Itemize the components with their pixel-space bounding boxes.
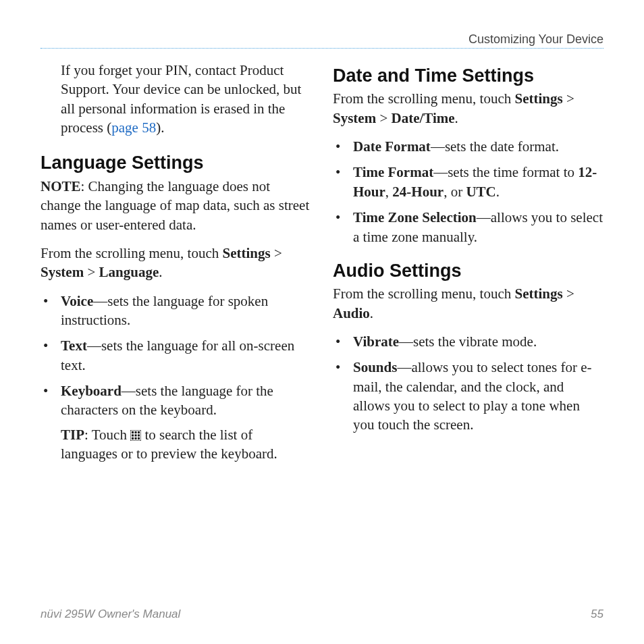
item-text: Keyboard—sets the language for the chara…	[61, 381, 311, 463]
item-desc: —sets the vibrate mode.	[399, 333, 537, 350]
date-time-heading: Date and Time Settings	[333, 63, 603, 88]
item-text: Time Zone Selection—allows you to select…	[353, 208, 603, 246]
intro-text-a: If you forget your PIN, contact Product …	[61, 62, 301, 136]
manual-title: nüvi 295W Owner's Manual	[41, 608, 180, 621]
svg-rect-2	[135, 431, 137, 433]
path-system: System	[333, 110, 376, 126]
audio-settings-heading: Audio Settings	[333, 259, 603, 283]
language-settings-heading: Language Settings	[41, 151, 311, 175]
b-utc: UTC	[466, 184, 495, 200]
left-column: If you forget your PIN, contact Product …	[41, 61, 311, 470]
item-term: Vibrate	[353, 333, 399, 350]
item-term: Time Zone Selection	[353, 209, 477, 225]
path-language: Language	[99, 264, 159, 280]
item-term: Sounds	[353, 359, 397, 375]
keyboard-tip: TIP: Touch to search the list of languag…	[61, 425, 311, 464]
svg-rect-8	[135, 437, 137, 439]
pin-intro: If you forget your PIN, contact Product …	[61, 61, 311, 137]
item-desc: —sets the language for all on-screen tex…	[61, 338, 294, 373]
path-audio: Audio	[333, 305, 370, 321]
list-item: • Time Zone Selection—allows you to sele…	[333, 208, 603, 246]
date-time-items: • Date Format—sets the date format. • Ti…	[333, 137, 603, 246]
item-term: Text	[61, 338, 87, 354]
item-text: Time Format—sets the time format to 12-H…	[353, 163, 603, 201]
path-system: System	[41, 264, 84, 280]
sep2: , or	[444, 184, 466, 200]
bullet-icon: •	[333, 163, 353, 201]
item-text: Vibrate—sets the vibrate mode.	[353, 332, 603, 351]
bullet-icon: •	[333, 358, 353, 434]
list-item: • Vibrate—sets the vibrate mode.	[333, 332, 603, 351]
path-intro: From the scrolling menu, touch	[333, 286, 514, 302]
b-24h: 24-Hour	[392, 184, 444, 200]
list-item: • Keyboard—sets the language for the cha…	[41, 381, 311, 463]
bullet-icon: •	[333, 332, 353, 351]
note-label: NOTE	[41, 178, 81, 194]
list-item: • Text—sets the language for all on-scre…	[41, 336, 311, 375]
page-footer: nüvi 295W Owner's Manual 55	[41, 608, 603, 621]
bullet-icon: •	[333, 137, 353, 156]
path-datetime: Date/Time	[392, 110, 455, 126]
item-term: Keyboard	[61, 383, 122, 399]
sep1: ,	[385, 184, 393, 200]
page-number: 55	[591, 608, 603, 621]
bullet-icon: •	[333, 208, 353, 246]
item-text: Sounds—allows you to select tones for e-…	[353, 358, 603, 434]
grid-icon	[130, 430, 141, 441]
audio-items: • Vibrate—sets the vibrate mode. • Sound…	[333, 332, 603, 435]
content-columns: If you forget your PIN, contact Product …	[41, 61, 603, 470]
list-item: • Sounds—allows you to select tones for …	[333, 358, 603, 434]
bullet-icon: •	[41, 381, 61, 463]
svg-rect-5	[135, 434, 137, 436]
svg-rect-1	[132, 431, 134, 433]
item-term: Date Format	[353, 138, 431, 155]
path-settings: Settings	[514, 90, 562, 107]
svg-rect-3	[138, 431, 140, 433]
path-intro: From the scrolling menu, touch	[333, 90, 514, 107]
item-text: Voice—sets the language for spoken instr…	[61, 292, 311, 330]
path-settings: Settings	[222, 245, 270, 261]
item-desc-a: —sets the time format to	[433, 164, 578, 180]
tip-label: TIP	[61, 427, 84, 443]
list-item: • Time Format—sets the time format to 12…	[333, 163, 603, 201]
page-58-link[interactable]: page 58	[111, 119, 156, 136]
item-desc: —sets the date format.	[431, 138, 559, 155]
intro-text-b: ).	[156, 119, 164, 136]
item-text: Date Format—sets the date format.	[353, 137, 603, 156]
svg-rect-9	[138, 437, 140, 439]
bullet-icon: •	[41, 292, 61, 330]
item-text: Text—sets the language for all on-screen…	[61, 336, 311, 375]
bullet-icon: •	[41, 336, 61, 375]
date-time-path: From the scrolling menu, touch Settings …	[333, 89, 603, 128]
tip-text-a: : Touch	[84, 427, 130, 443]
list-item: • Date Format—sets the date format.	[333, 137, 603, 156]
item-term: Time Format	[353, 164, 433, 180]
section-title: Customizing Your Device	[468, 32, 603, 46]
page-header: Customizing Your Device	[41, 32, 603, 49]
path-settings: Settings	[514, 286, 562, 302]
path-intro: From the scrolling menu, touch	[41, 245, 222, 261]
right-column: Date and Time Settings From the scrollin…	[333, 61, 603, 470]
svg-rect-4	[132, 434, 134, 436]
tail: .	[496, 184, 500, 200]
language-path: From the scrolling menu, touch Settings …	[41, 244, 311, 282]
language-items: • Voice—sets the language for spoken ins…	[41, 292, 311, 464]
audio-path: From the scrolling menu, touch Settings …	[333, 284, 603, 323]
language-note: NOTE: Changing the language does not cha…	[41, 177, 311, 234]
list-item: • Voice—sets the language for spoken ins…	[41, 292, 311, 330]
svg-rect-6	[138, 434, 140, 436]
item-term: Voice	[61, 293, 93, 309]
note-text: : Changing the language does not change …	[41, 178, 309, 233]
svg-rect-7	[132, 437, 134, 439]
